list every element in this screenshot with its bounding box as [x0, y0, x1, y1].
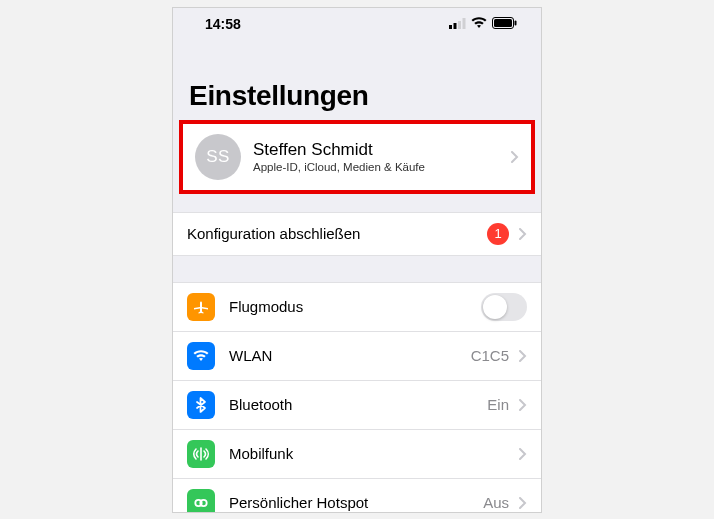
status-icons — [449, 15, 517, 33]
battery-icon — [492, 15, 517, 33]
profile-name: Steffen Schmidt — [253, 140, 499, 160]
bluetooth-label: Bluetooth — [229, 396, 487, 413]
page-header: Einstellungen — [173, 40, 541, 120]
setup-badge: 1 — [487, 223, 509, 245]
airplane-label: Flugmodus — [229, 298, 481, 315]
bluetooth-row[interactable]: Bluetooth Ein — [173, 381, 541, 430]
hotspot-label: Persönlicher Hotspot — [229, 494, 483, 511]
airplane-mode-row[interactable]: Flugmodus — [173, 282, 541, 332]
setup-section: Konfiguration abschließen 1 — [173, 212, 541, 256]
svg-rect-5 — [494, 19, 512, 27]
cellular-icon — [187, 440, 215, 468]
profile-text: Steffen Schmidt Apple-ID, iCloud, Medien… — [253, 140, 499, 173]
svg-rect-0 — [449, 25, 452, 29]
chevron-right-icon — [519, 350, 527, 362]
apple-id-row[interactable]: SS Steffen Schmidt Apple-ID, iCloud, Med… — [183, 124, 531, 190]
svg-rect-2 — [458, 21, 461, 29]
airplane-icon — [187, 293, 215, 321]
svg-rect-6 — [515, 20, 517, 25]
chevron-right-icon — [519, 399, 527, 411]
wifi-status-icon — [471, 15, 487, 33]
finish-setup-row[interactable]: Konfiguration abschließen 1 — [173, 212, 541, 256]
chevron-right-icon — [519, 448, 527, 460]
bluetooth-value: Ein — [487, 396, 509, 413]
finish-setup-label: Konfiguration abschließen — [187, 225, 487, 242]
wifi-icon — [187, 342, 215, 370]
chevron-right-icon — [519, 497, 527, 509]
airplane-toggle[interactable] — [481, 293, 527, 321]
hotspot-row[interactable]: Persönlicher Hotspot Aus — [173, 479, 541, 513]
status-time: 14:58 — [205, 16, 241, 32]
status-bar: 14:58 — [173, 8, 541, 40]
toggle-knob — [483, 295, 507, 319]
cellular-signal-icon — [449, 15, 466, 33]
svg-rect-3 — [463, 18, 466, 29]
profile-subtitle: Apple-ID, iCloud, Medien & Käufe — [253, 161, 499, 173]
avatar: SS — [195, 134, 241, 180]
wifi-label: WLAN — [229, 347, 471, 364]
settings-screen: 14:58 Einstellungen SS Steffen Schmidt A… — [172, 7, 542, 513]
wifi-value: C1C5 — [471, 347, 509, 364]
bluetooth-icon — [187, 391, 215, 419]
svg-rect-1 — [454, 23, 457, 29]
chevron-right-icon — [519, 228, 527, 240]
section-gap — [173, 256, 541, 282]
hotspot-value: Aus — [483, 494, 509, 511]
cellular-row[interactable]: Mobilfunk — [173, 430, 541, 479]
page-title: Einstellungen — [189, 80, 525, 112]
cellular-label: Mobilfunk — [229, 445, 519, 462]
profile-row-highlight: SS Steffen Schmidt Apple-ID, iCloud, Med… — [179, 120, 535, 194]
connectivity-section: Flugmodus WLAN C1C5 Bluetooth Ein — [173, 282, 541, 513]
hotspot-icon — [187, 489, 215, 513]
wifi-row[interactable]: WLAN C1C5 — [173, 332, 541, 381]
chevron-right-icon — [511, 151, 519, 163]
